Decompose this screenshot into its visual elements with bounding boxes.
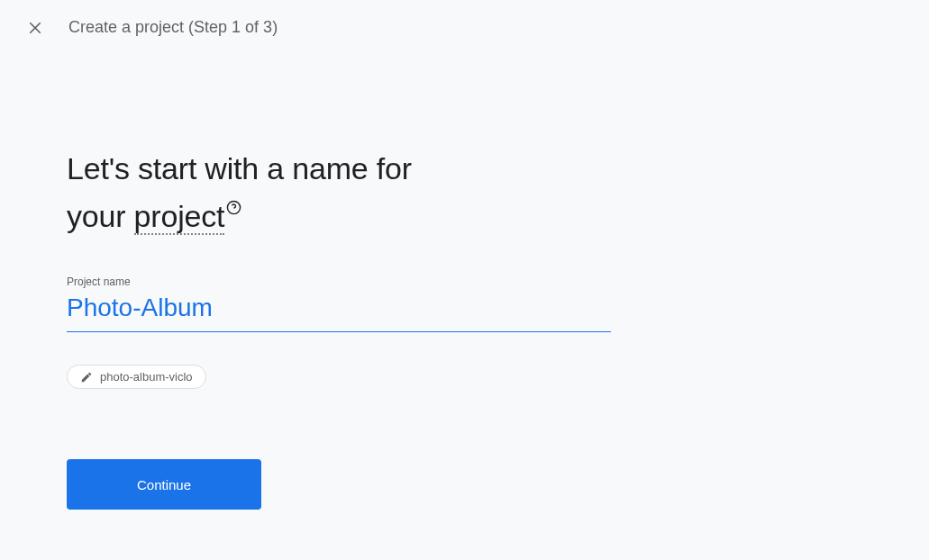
help-icon[interactable]: [226, 200, 241, 215]
close-button[interactable]: [27, 20, 43, 36]
heading-line2-prefix: your: [67, 199, 134, 233]
close-icon: [27, 20, 43, 36]
continue-button[interactable]: Continue: [67, 459, 261, 510]
project-name-label: Project name: [67, 275, 613, 288]
modal-header: Create a project (Step 1 of 3): [0, 0, 929, 55]
content-area: Let's start with a name for your project…: [0, 55, 613, 510]
edit-icon: [80, 371, 93, 384]
project-id-label: photo-album-viclo: [100, 370, 193, 384]
project-name-input[interactable]: [67, 292, 611, 332]
heading-underlined-term[interactable]: project: [134, 199, 225, 235]
header-title: Create a project (Step 1 of 3): [68, 18, 278, 37]
project-id-chip[interactable]: photo-album-viclo: [67, 365, 206, 389]
heading-line1: Let's start with a name for: [67, 151, 412, 185]
page-heading: Let's start with a name for your project: [67, 145, 613, 239]
project-name-field: Project name: [67, 275, 613, 332]
